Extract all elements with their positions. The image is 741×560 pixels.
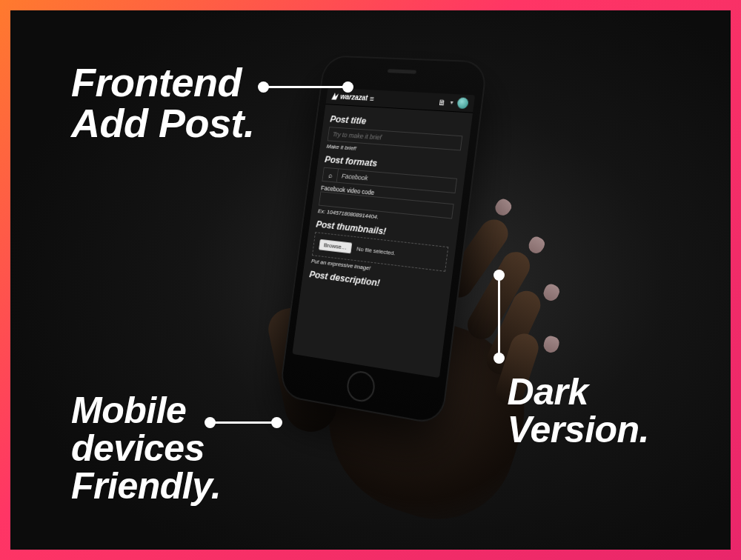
gradient-frame: warzazat ≡ 🗎 ▾ Post title [0,0,741,560]
callout-frontend-add-post: Frontend Add Post. [71,62,255,144]
callout-line: Add Post. [71,103,255,144]
browse-button[interactable]: Browse… [319,239,352,254]
app-brand[interactable]: warzazat ≡ [331,92,374,103]
callout-line: Version. [508,411,649,449]
callout-line: devices [71,430,221,467]
menu-icon[interactable]: ≡ [369,94,374,103]
phone-mockup: warzazat ≡ 🗎 ▾ Post title [292,55,470,410]
add-post-form: Post title Make it brief! Post formats ⌕… [301,104,473,308]
phone-speaker [388,69,416,74]
callout-line: Frontend [71,62,255,103]
no-file-text: No file selected. [356,245,396,256]
dropdown-caret-icon[interactable]: ▾ [450,99,453,106]
callout-dark-version: Dark Version. [508,373,649,449]
new-post-icon[interactable]: 🗎 [438,97,447,107]
callout-mobile-friendly: Mobile devices Friendly. [71,392,221,505]
stage: warzazat ≡ 🗎 ▾ Post title [10,10,731,550]
post-title-label: Post title [330,113,465,133]
brand-text: warzazat [340,93,368,102]
callout-line: Mobile [71,392,221,430]
callout-line: Friendly. [71,467,221,505]
facebook-icon: ⌕ [322,167,338,183]
brand-icon [331,93,339,100]
callout-line: Dark [508,373,649,411]
avatar[interactable] [456,97,468,109]
